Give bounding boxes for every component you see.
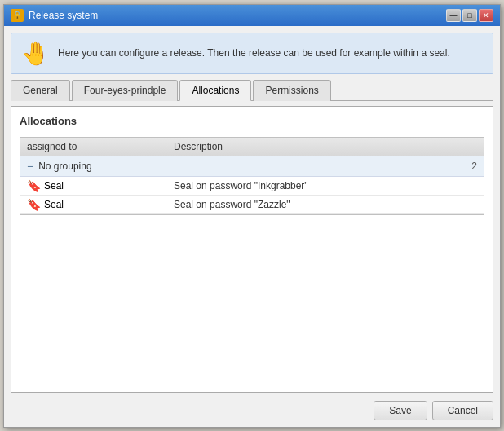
cancel-button[interactable]: Cancel <box>432 401 493 420</box>
cell-description-2: Seal on password "Zazzle" <box>174 199 477 210</box>
cell-assigned-1: 🔖 Seal <box>27 179 174 192</box>
group-expand-icon[interactable]: − <box>27 160 33 173</box>
main-window: 🔒 Release system — □ ✕ 🤚 Here you can co… <box>3 4 501 428</box>
tab-allocations[interactable]: Allocations <box>179 80 251 101</box>
tab-four-eyes[interactable]: Four-eyes-prindple <box>72 80 179 101</box>
panel-title: Allocations <box>20 115 484 127</box>
cell-description-1: Seal on password "Inkgrabber" <box>174 180 477 191</box>
allocations-panel: Allocations assigned to Description − No… <box>11 106 493 393</box>
allocations-table: assigned to Description − No grouping 2 … <box>20 137 484 215</box>
tab-general[interactable]: General <box>11 80 70 101</box>
seal-icon-2: 🔖 <box>27 198 41 211</box>
info-text: Here you can configure a release. Then t… <box>58 46 450 60</box>
tab-bar: General Four-eyes-prindple Allocations P… <box>11 79 493 101</box>
title-bar-left: 🔒 Release system <box>11 9 98 22</box>
title-bar: 🔒 Release system — □ ✕ <box>4 5 500 26</box>
assigned-to-value-1: Seal <box>44 180 64 191</box>
window-content: 🤚 Here you can configure a release. Then… <box>4 26 500 427</box>
col-header-assigned-to: assigned to <box>27 141 174 152</box>
group-count: 2 <box>471 161 477 172</box>
footer: Save Cancel <box>11 398 493 420</box>
seal-icon-1: 🔖 <box>27 179 41 192</box>
minimize-button[interactable]: — <box>446 9 461 22</box>
tab-permissions[interactable]: Permissions <box>253 80 330 101</box>
info-banner: 🤚 Here you can configure a release. Then… <box>11 33 493 74</box>
assigned-to-value-2: Seal <box>44 199 64 210</box>
window-title: Release system <box>29 10 98 21</box>
group-row-left: − No grouping <box>27 160 92 173</box>
table-row[interactable]: 🔖 Seal Seal on password "Zazzle" <box>20 196 484 214</box>
group-name: No grouping <box>38 161 91 172</box>
title-buttons: — □ ✕ <box>446 9 493 22</box>
col-header-description: Description <box>174 141 477 152</box>
group-row-no-grouping[interactable]: − No grouping 2 <box>20 156 484 177</box>
window-icon: 🔒 <box>11 9 24 22</box>
hand-icon: 🤚 <box>21 40 50 67</box>
cell-assigned-2: 🔖 Seal <box>27 198 174 211</box>
maximize-button[interactable]: □ <box>462 9 477 22</box>
close-button[interactable]: ✕ <box>479 9 493 22</box>
save-button[interactable]: Save <box>374 401 427 420</box>
table-row[interactable]: 🔖 Seal Seal on password "Inkgrabber" <box>20 177 484 196</box>
table-header: assigned to Description <box>20 138 484 156</box>
